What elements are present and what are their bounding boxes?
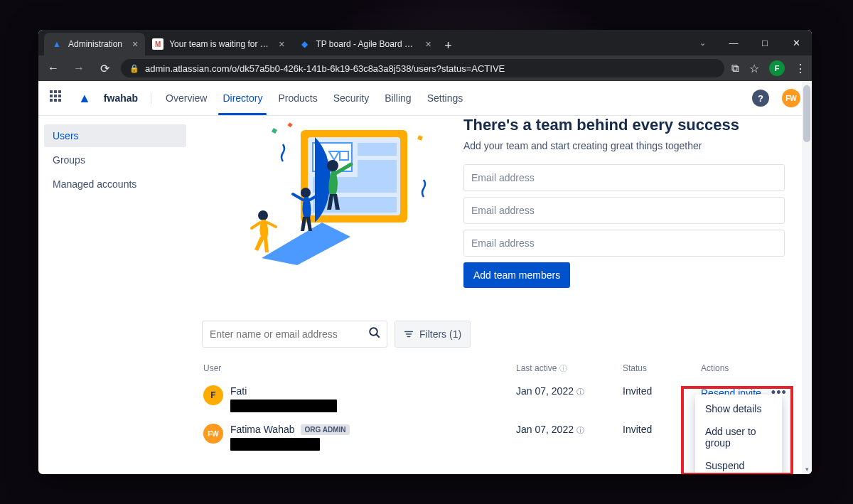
nav-settings[interactable]: Settings [426,92,465,104]
menu-show-details[interactable]: Show details [695,397,782,420]
close-tab-icon[interactable]: × [132,38,138,50]
bookmark-star-icon[interactable]: ☆ [749,62,759,75]
tab-search-icon[interactable]: ⌄ [687,31,718,54]
main-content: There's a team behind every success Add … [192,116,812,474]
email-input-3[interactable] [463,230,785,257]
nav-directory[interactable]: Directory [221,92,264,104]
team-illustration [219,116,446,272]
close-tab-icon[interactable]: × [425,38,431,50]
col-last-active: Last activeⓘ [516,363,623,374]
reload-button[interactable]: ⟳ [95,62,114,75]
close-tab-icon[interactable]: × [279,38,284,50]
svg-point-15 [370,328,377,336]
browser-tab[interactable]: ◆ TP board - Agile Board - Jira × [291,33,438,55]
nav-overview[interactable]: Overview [164,92,208,104]
menu-add-user-to-group[interactable]: Add user to group [695,420,782,454]
col-status: Status [623,363,701,374]
add-team-members-button[interactable]: Add team members [463,262,570,288]
app-top-nav: ▲ fwahab Overview Directory Products Sec… [38,81,812,116]
help-icon[interactable]: ? [752,90,769,107]
lock-icon: 🔒 [129,64,139,73]
user-search-box[interactable] [202,321,387,348]
filters-label: Filters (1) [419,328,461,340]
col-user: User [203,363,516,374]
atlassian-favicon: ▲ [51,38,63,50]
user-name: Fatima Wahab [230,424,295,435]
atlassian-logo-icon[interactable]: ▲ [78,91,91,106]
email-input-2[interactable] [463,197,785,224]
info-icon[interactable]: ⓘ [576,426,584,434]
user-name: Fati [230,385,247,397]
sidebar-item-groups[interactable]: Groups [44,149,186,171]
svg-point-9 [327,160,338,171]
redacted-email [230,400,337,412]
profile-avatar[interactable]: F [769,60,785,76]
info-icon[interactable]: ⓘ [576,387,584,396]
user-avatar: FW [203,424,223,444]
tab-title: TP board - Agile Board - Jira [316,39,415,49]
forward-button[interactable]: → [70,62,88,75]
jira-favicon: ◆ [299,38,310,50]
browser-tab-active[interactable]: ▲ Administration × [44,33,145,55]
col-actions: Actions [701,363,800,374]
add-team-panel: There's a team behind every success Add … [202,116,802,304]
svg-rect-6 [358,160,397,180]
tab-title: Administration [68,39,122,49]
sidebar-item-users[interactable]: Users [44,124,186,147]
svg-rect-5 [358,143,397,156]
last-active-cell: Jan 07, 2022ⓘ [516,424,623,436]
browser-tab-strip: ▲ Administration × M Your team is waitin… [38,30,812,55]
nav-billing[interactable]: Billing [383,92,412,104]
nav-products[interactable]: Products [277,92,318,104]
redacted-email [230,438,320,451]
user-avatar: F [203,385,223,405]
svg-point-11 [258,210,268,220]
chrome-menu-icon[interactable]: ⋮ [795,62,806,75]
browser-toolbar: ← → ⟳ 🔒 admin.atlassian.com/o/dk57a5b0-4… [38,55,812,81]
install-app-icon[interactable]: ⧉ [731,62,739,75]
svg-line-16 [376,334,380,338]
org-admin-badge: ORG ADMIN [301,424,350,435]
tab-title: Your team is waiting for you to jo [169,39,269,49]
filter-icon [404,329,414,339]
browser-tab[interactable]: M Your team is waiting for you to jo × [145,33,291,55]
svg-rect-14 [288,122,293,127]
users-table-header: User Last activeⓘ Status Actions [202,358,802,380]
address-bar[interactable]: 🔒 admin.atlassian.com/o/dk57a5b0-426k-14… [121,59,724,77]
url-text: admin.atlassian.com/o/dk57a5b0-426k-141b… [145,63,505,74]
window-close-button[interactable]: ✕ [780,31,812,54]
filter-row: Filters (1) [202,321,802,348]
filters-button[interactable]: Filters (1) [395,321,471,348]
back-button[interactable]: ← [44,62,63,75]
sidebar: Users Groups Managed accounts [38,116,192,474]
row-actions-dropdown: Show details Add user to group Suspend a… [695,395,782,474]
sidebar-item-managed-accounts[interactable]: Managed accounts [44,173,186,195]
svg-rect-13 [417,135,423,141]
new-tab-button[interactable]: + [439,36,458,55]
team-panel-title: There's a team behind every success [463,116,785,134]
window-maximize-button[interactable]: □ [749,31,780,54]
app-switcher-icon[interactable] [50,90,65,106]
status-cell: Invited [623,424,701,435]
menu-suspend-access[interactable]: Suspend access [695,454,782,474]
info-icon[interactable]: ⓘ [559,364,567,372]
user-avatar[interactable]: FW [782,89,800,107]
last-active-cell: Jan 07, 2022ⓘ [516,385,623,397]
window-minimize-button[interactable]: — [718,31,749,54]
search-icon[interactable] [368,326,381,343]
status-cell: Invited [623,385,701,397]
email-input-1[interactable] [463,164,785,191]
nav-security[interactable]: Security [332,92,371,104]
gmail-favicon: M [152,38,163,50]
search-input[interactable] [208,328,368,341]
svg-point-10 [301,188,311,198]
org-name[interactable]: fwahab [104,92,151,104]
svg-rect-12 [272,128,277,134]
team-panel-subtitle: Add your team and start creating great t… [463,140,785,151]
